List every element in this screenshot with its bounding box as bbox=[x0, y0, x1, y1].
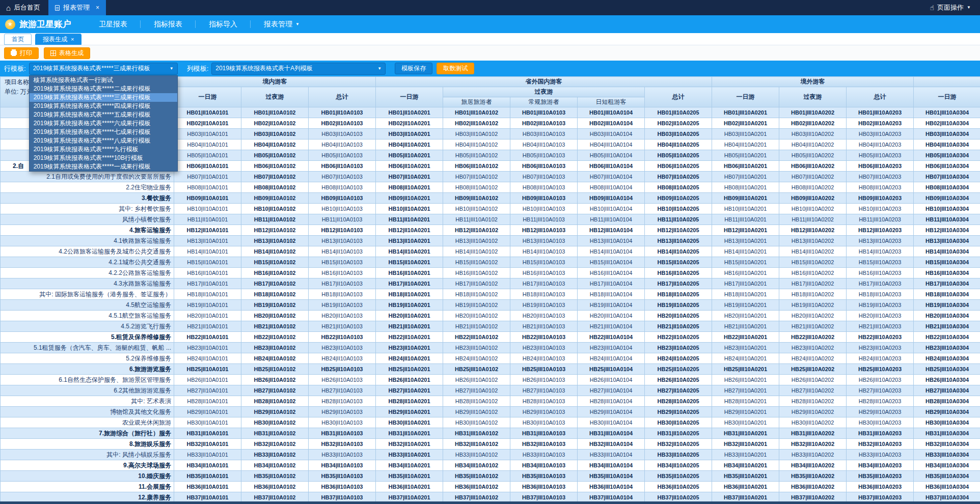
code-cell: HB26|III10A0103 bbox=[510, 375, 578, 385]
code-cell: HB33|III10A0304 bbox=[914, 450, 980, 460]
col-header-day-trip: 一日游 bbox=[914, 87, 980, 107]
menu-item-indicator-import[interactable]: 指标导入 bbox=[196, 15, 251, 33]
code-cell: HB10|III10A0304 bbox=[914, 204, 980, 214]
code-cell: HB29|II10A0201 bbox=[376, 407, 443, 417]
fetch-data-test-button[interactable]: 取数测试 bbox=[437, 63, 474, 74]
code-cell: HB33|III10A0102 bbox=[443, 450, 510, 460]
code-cell: HB29|II10A0101 bbox=[174, 407, 241, 417]
code-cell: HB04|II10A0102 bbox=[241, 139, 309, 150]
tab-home[interactable]: 首页 bbox=[4, 34, 32, 45]
code-cell: HB16|III10A0203 bbox=[847, 268, 914, 278]
table-row: 4.2公路旅客运输服务及城市公共交通服务HB14|II10A0101HB14|I… bbox=[1, 246, 980, 257]
code-cell: HB07|III10A0102 bbox=[443, 172, 510, 182]
code-cell: HB07|II10A0101 bbox=[174, 172, 241, 182]
dropdown-item[interactable]: 2019核算系统报表格式表*****七成果行模板 bbox=[30, 128, 177, 136]
code-cell: HB27|III10A0304 bbox=[914, 385, 980, 396]
code-cell: HB21|II10A0205 bbox=[645, 321, 712, 332]
caret-down-icon: ▼ bbox=[170, 67, 174, 71]
print-button[interactable]: 打印 bbox=[4, 47, 39, 59]
code-cell: HB29|III10A0201 bbox=[712, 407, 779, 417]
row-label: 4.3水路旅客运输服务 bbox=[1, 278, 174, 289]
code-cell: HB36|III10A0102 bbox=[443, 482, 510, 492]
tab-close-icon[interactable]: × bbox=[71, 36, 74, 42]
backend-home-link[interactable]: ⌂ 后台首页 bbox=[0, 0, 48, 15]
code-cell: HB13|III10A0202 bbox=[779, 236, 847, 246]
dropdown-item[interactable]: 2019核算系统报表格式表*****三成果行模板 bbox=[30, 93, 177, 102]
code-cell: HB08|III10A0102 bbox=[443, 182, 510, 193]
code-cell: HB22|II10A0102 bbox=[241, 332, 309, 343]
code-cell: HB02|III10A0203 bbox=[847, 118, 914, 129]
page-actions-menu[interactable]: ☝ 页面操作 ▼ bbox=[921, 0, 980, 15]
dropdown-item[interactable]: 2019核算系统报表格式表*****五成果行模板 bbox=[30, 110, 177, 119]
dropdown-item[interactable]: 2019核算系统报表格式表*****六成果行模板 bbox=[30, 119, 177, 128]
code-cell: HB36|II10A0103 bbox=[309, 482, 376, 492]
table-row: 6.2其他旅游游览服务HB27|II10A0101HB27|II10A0102H… bbox=[1, 385, 980, 396]
row-label: 4.2.2公路旅客运输服务 bbox=[1, 268, 174, 278]
code-cell: HB04|II10A0101 bbox=[174, 139, 241, 150]
code-cell: HB34|III10A0203 bbox=[847, 460, 914, 471]
code-cell: HB16|III10A0104 bbox=[578, 268, 645, 278]
code-cell: HB22|III10A0202 bbox=[779, 332, 847, 343]
dropdown-item[interactable]: 2019核算系统报表格式表*****九行模板 bbox=[30, 145, 177, 154]
code-cell: HB01|III10A0201 bbox=[712, 107, 779, 118]
code-cell: HB06|II10A0205 bbox=[645, 161, 712, 172]
code-cell: HB04|II10A0201 bbox=[376, 139, 443, 150]
code-cell: HB23|II10A0201 bbox=[376, 343, 443, 353]
save-template-button[interactable]: 模板保存 bbox=[395, 63, 432, 74]
code-cell: HB33|II10A0205 bbox=[645, 450, 712, 460]
code-cell: HB02|II10A0102 bbox=[241, 118, 309, 129]
code-cell: HB34|II10A0102 bbox=[241, 460, 309, 471]
code-cell: HB10|II10A0201 bbox=[376, 204, 443, 214]
code-cell: HB13|II10A0201 bbox=[376, 236, 443, 246]
menu-item-satellite-reports[interactable]: 卫星报表 bbox=[86, 15, 141, 33]
code-cell: HB06|III10A0202 bbox=[779, 161, 847, 172]
tab-close-icon[interactable]: × bbox=[96, 4, 99, 11]
code-cell: HB14|III10A0103 bbox=[510, 246, 578, 257]
code-cell: HB20|II10A0101 bbox=[174, 311, 241, 321]
code-cell: HB25|II10A0201 bbox=[376, 364, 443, 375]
code-cell: HB17|III10A0103 bbox=[510, 278, 578, 289]
code-cell: HB28|III10A0102 bbox=[443, 396, 510, 407]
code-cell: HB24|III10A0203 bbox=[847, 353, 914, 364]
code-cell: HB23|III10A0201 bbox=[712, 343, 779, 353]
code-cell: HB15|III10A0103 bbox=[510, 257, 578, 268]
code-cell: HB01|II10A0103 bbox=[309, 107, 376, 118]
dropdown-item[interactable]: 2019核算系统报表格式表*****四成果行模板 bbox=[30, 102, 177, 110]
dropdown-item[interactable]: 2019核算系统报表格式表*****八成果行模板 bbox=[30, 136, 177, 145]
col-template-value: 2019核算系统报表格式表十A列模板 bbox=[215, 64, 313, 73]
code-cell: HB15|II10A0101 bbox=[174, 257, 241, 268]
code-cell: HB19|II10A0103 bbox=[309, 300, 376, 311]
row-template-select[interactable]: 2019核算系统报表格式表*****三成果行模板 ▼ bbox=[29, 63, 178, 75]
code-cell: HB11|III10A0102 bbox=[443, 214, 510, 225]
code-cell: HB03|III10A0104 bbox=[578, 129, 645, 139]
menu-item-report-management[interactable]: 报表管理 ▼ bbox=[251, 15, 313, 33]
dropdown-item[interactable]: 2019核算系统报表格式表*****一成果行模板 bbox=[30, 162, 177, 171]
row-label: 2.2住宅物业服务 bbox=[1, 182, 174, 193]
code-cell: HB04|III10A0201 bbox=[712, 139, 779, 150]
menu-item-indicator-reports[interactable]: 指标报表 bbox=[141, 15, 196, 33]
generate-table-button-label: 表格生成 bbox=[59, 49, 84, 58]
dropdown-item[interactable]: 2019核算系统报表格式表*****二成果行模板 bbox=[30, 85, 177, 93]
code-cell: HB15|III10A0304 bbox=[914, 257, 980, 268]
col-template-select[interactable]: 2019核算系统报表格式表十A列模板 ▼ bbox=[211, 63, 386, 75]
code-cell: HB31|II10A0205 bbox=[645, 428, 712, 439]
tab-report-generation[interactable]: 报表生成 × bbox=[35, 34, 81, 45]
code-cell: HB03|II10A0201 bbox=[376, 129, 443, 139]
dropdown-item[interactable]: 核算系统报表格式表一行测试 bbox=[30, 76, 177, 85]
group-header-inbound: 境外游客 bbox=[712, 77, 914, 87]
col-header-total: 总计 bbox=[645, 87, 712, 107]
code-cell: HB27|III10A0102 bbox=[443, 385, 510, 396]
code-cell: HB05|III10A0202 bbox=[779, 150, 847, 161]
code-cell: HB07|II10A0201 bbox=[376, 172, 443, 182]
dropdown-item[interactable]: 2019核算系统报表格式表*****10B行模板 bbox=[30, 154, 177, 162]
code-cell: HB21|III10A0201 bbox=[712, 321, 779, 332]
code-cell: HB11|II10A0103 bbox=[309, 214, 376, 225]
code-cell: HB05|III10A0102 bbox=[443, 150, 510, 161]
horizontal-scrollbar[interactable] bbox=[0, 501, 980, 504]
generate-table-button[interactable]: 表格生成 bbox=[44, 47, 90, 59]
code-cell: HB30|III10A0201 bbox=[712, 417, 779, 428]
code-cell: HB02|III10A0103 bbox=[510, 118, 578, 129]
code-cell: HB31|III10A0103 bbox=[510, 428, 578, 439]
topbar-tab-report-management[interactable]: 报表管理 × bbox=[48, 0, 106, 15]
menu-item-label: 指标导入 bbox=[209, 20, 237, 29]
